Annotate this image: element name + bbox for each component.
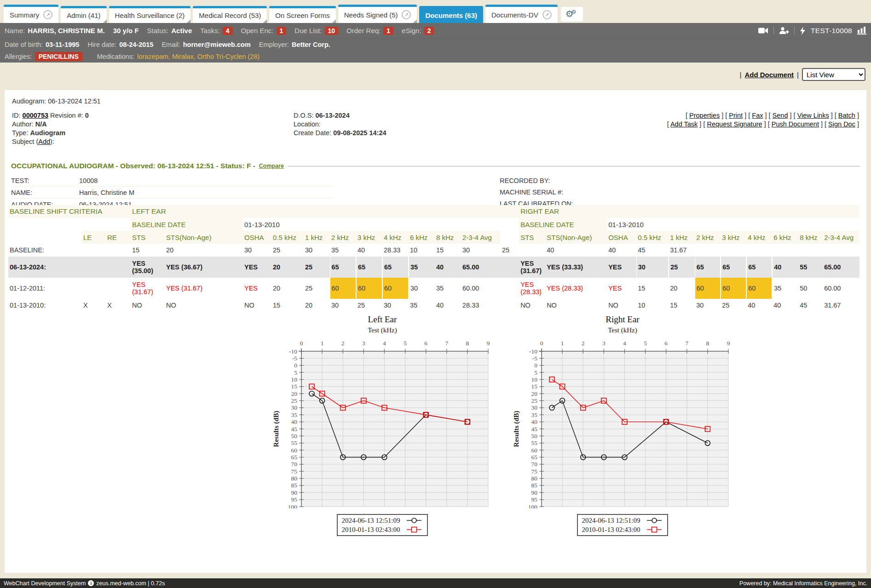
svg-text:Results (dB): Results (dB) [513, 411, 520, 447]
extra-cell [501, 299, 519, 312]
value-cell: 65.00 [461, 257, 501, 278]
col-header: 3 kHz [721, 231, 746, 244]
value-cell [82, 278, 106, 299]
svg-text:-10: -10 [289, 348, 297, 355]
svg-text:8: 8 [466, 340, 469, 347]
count-badge[interactable]: 2 [424, 27, 434, 35]
view-select[interactable]: List View [802, 68, 865, 81]
dos-value: 06-13-2024 [316, 112, 350, 119]
compare-link[interactable]: Compare [259, 163, 284, 169]
tab-needs-signed-5[interactable]: Needs Signed (5)↗ [338, 5, 417, 23]
count-badge[interactable]: 4 [223, 27, 233, 35]
value-cell: 60.00 [461, 278, 501, 299]
col-header: OSHA [607, 231, 636, 244]
external-link-icon[interactable]: ↗ [542, 10, 552, 19]
value-cell: 65.00 [823, 257, 859, 278]
charts-region: Highlighted Background Cell Legend This … [5, 314, 866, 572]
table-row[interactable]: 06-13-2024:YES (35.00)YES (36.67)YES2025… [8, 257, 859, 278]
plot-legend-series-name: 2010-01-13 02:43:00 [582, 526, 640, 534]
subject-add-link[interactable]: Add [38, 138, 50, 145]
value-cell: 25 [271, 244, 304, 257]
count-badge[interactable]: 1 [277, 27, 287, 35]
send-link[interactable]: Send [773, 112, 788, 119]
gear-icon-small: ⚙ [571, 9, 577, 15]
allergy-badge[interactable]: PENICILLINS [35, 52, 82, 61]
fax-link[interactable]: Fax [752, 112, 763, 119]
value-cell: 28.33 [382, 244, 409, 257]
properties-link[interactable]: Properties [689, 112, 720, 119]
print-link[interactable]: Print [729, 112, 743, 119]
external-link-icon[interactable]: ↗ [402, 10, 411, 19]
row-label: 01-12-2011: [8, 278, 82, 299]
revision-value: 0 [85, 112, 89, 119]
add-task-link[interactable]: Add Task [670, 120, 698, 128]
svg-text:-5: -5 [532, 355, 537, 362]
tab-health-surveillance-2[interactable]: Health Surveillance (2) [109, 6, 191, 23]
audiogram-section-title: OCCUPATIONAL AUDIOGRAM - Observed: 06-13… [11, 162, 255, 170]
info-row: RECORDED BY: [500, 175, 840, 186]
dos-label: D.O.S: [294, 112, 314, 119]
document-id-link[interactable]: 0000753 [23, 112, 48, 119]
value-cell: 31.67 [669, 244, 695, 257]
field-label: Tasks: [200, 27, 220, 34]
svg-text:4: 4 [623, 340, 626, 347]
svg-text:0: 0 [300, 340, 303, 347]
tab-documents-dv[interactable]: Documents-DV↗ [485, 5, 558, 23]
plot-legend: 2024-06-13 12:51:092010-01-13 02:43:00 [337, 514, 427, 536]
table-row[interactable]: 01-13-2010:XXNONONO1520302530354028.33NO… [8, 299, 859, 312]
external-link-icon[interactable]: ↗ [43, 10, 52, 19]
medications-list[interactable]: lorazepam, Miralax, Ortho Tri-Cyclen (28… [137, 53, 260, 60]
tab-documents-63[interactable]: Documents (63) [419, 6, 483, 23]
svg-text:9: 9 [487, 340, 490, 347]
plot-legend-series-name: 2024-06-13 12:51:09 [341, 517, 400, 525]
tab-medical-record-53[interactable]: Medical Record (53) [193, 6, 267, 23]
value-cell: YES (35.00) [131, 257, 165, 278]
plot-legend-row: 2010-01-13 02:43:00 [582, 525, 663, 534]
table-row[interactable]: BASELINE:1520302530354028.33101530254040… [8, 244, 859, 257]
tab-admin-41[interactable]: Admin (41) [61, 6, 106, 23]
field-label: Date of birth: [5, 41, 43, 48]
col-header: 6 kHz [772, 231, 798, 244]
patient-header-row-3: Allergies: PENICILLINS Medications: lora… [0, 51, 871, 63]
document-action-bar: | Add Document | List View [740, 68, 865, 81]
video-camera-icon[interactable] [758, 27, 768, 34]
info-label: RECORDED BY: [500, 177, 550, 184]
svg-text:7: 7 [685, 340, 688, 347]
lightning-icon[interactable] [800, 27, 806, 35]
info-icon[interactable]: i [88, 580, 94, 586]
svg-text:5: 5 [644, 340, 647, 347]
batch-link[interactable]: Batch [838, 112, 855, 119]
value-cell: 20 [165, 244, 243, 257]
request-signature-link[interactable]: Request Signature [707, 120, 762, 128]
count-badge[interactable]: 1 [383, 27, 393, 35]
svg-text:9: 9 [727, 340, 730, 347]
add-user-icon[interactable] [779, 27, 789, 34]
field-label: Open Enc: [241, 27, 274, 34]
col-header: 8 kHz [798, 231, 823, 244]
tab-on-screen-forms[interactable]: On Screen Forms [269, 6, 335, 23]
right-ear-title: RIGHT EAR [519, 205, 859, 218]
patient-fields-1: Name:HARRIS, CHRISTINE M.30 y/o FStatus:… [5, 27, 442, 35]
bar-chart-icon[interactable] [857, 27, 866, 34]
tab-summary[interactable]: Summary↗ [4, 5, 58, 23]
svg-text:8: 8 [706, 340, 709, 347]
field-label: Due List: [294, 27, 322, 34]
patient-field: Name:HARRIS, CHRISTINE M. [5, 27, 105, 34]
table-row[interactable]: 01-12-2011:YES (31.67)YES (31.67)YES2025… [8, 278, 859, 299]
divider [773, 27, 774, 34]
settings-gear-button[interactable]: ⚙⚙ [561, 7, 583, 22]
view-links-link[interactable]: View Links [797, 112, 829, 119]
sign-doc-link[interactable]: Sign Doc [828, 120, 855, 128]
audiogram-table: BASELINE SHIFT CRITERIALEFT EARRIGHT EAR… [8, 205, 859, 312]
push-document-link[interactable]: Push Document [772, 120, 819, 128]
add-document-link[interactable]: Add Document [744, 71, 794, 79]
value-cell: YES [607, 257, 636, 278]
value-cell: 60 [356, 278, 382, 299]
svg-text:50: 50 [531, 433, 538, 440]
chart-title: Left Ear [272, 314, 493, 326]
audiogram-section-header: OCCUPATIONAL AUDIOGRAM - Observed: 06-13… [11, 162, 860, 170]
svg-text:10: 10 [291, 376, 298, 383]
value-cell: 30 [243, 244, 271, 257]
count-badge[interactable]: 10 [325, 27, 339, 35]
chart-x-axis-label: Test (kHz) [512, 326, 733, 337]
